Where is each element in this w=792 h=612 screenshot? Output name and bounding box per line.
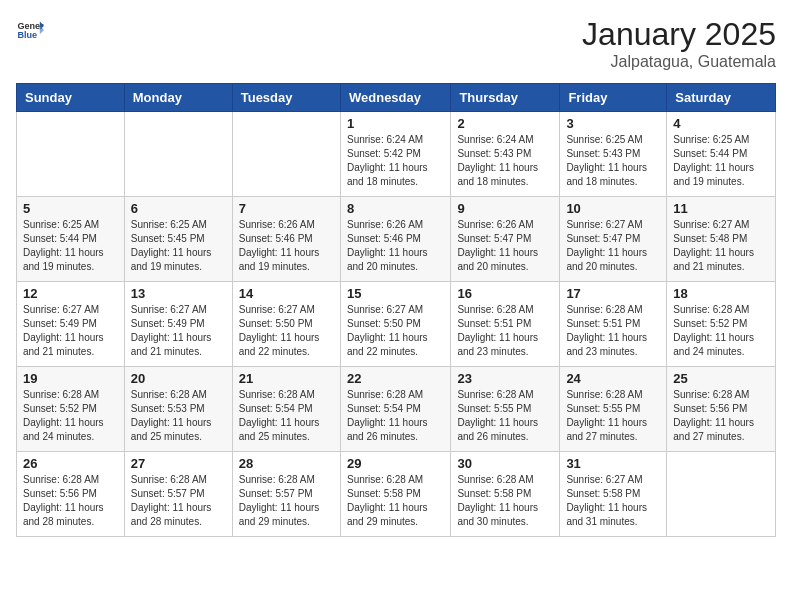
day-info: Sunrise: 6:27 AM Sunset: 5:49 PM Dayligh… [23,303,118,359]
day-number: 9 [457,201,553,216]
calendar-cell: 25Sunrise: 6:28 AM Sunset: 5:56 PM Dayli… [667,367,776,452]
day-number: 29 [347,456,444,471]
day-info: Sunrise: 6:27 AM Sunset: 5:48 PM Dayligh… [673,218,769,274]
day-number: 24 [566,371,660,386]
day-info: Sunrise: 6:26 AM Sunset: 5:47 PM Dayligh… [457,218,553,274]
day-number: 25 [673,371,769,386]
column-header-monday: Monday [124,84,232,112]
calendar-cell: 19Sunrise: 6:28 AM Sunset: 5:52 PM Dayli… [17,367,125,452]
logo: General Blue [16,16,44,44]
day-info: Sunrise: 6:28 AM Sunset: 5:53 PM Dayligh… [131,388,226,444]
calendar-cell [667,452,776,537]
calendar-cell: 21Sunrise: 6:28 AM Sunset: 5:54 PM Dayli… [232,367,340,452]
calendar-cell [124,112,232,197]
column-header-saturday: Saturday [667,84,776,112]
calendar-cell: 22Sunrise: 6:28 AM Sunset: 5:54 PM Dayli… [340,367,450,452]
calendar-cell: 2Sunrise: 6:24 AM Sunset: 5:43 PM Daylig… [451,112,560,197]
calendar-cell: 15Sunrise: 6:27 AM Sunset: 5:50 PM Dayli… [340,282,450,367]
column-header-thursday: Thursday [451,84,560,112]
column-header-tuesday: Tuesday [232,84,340,112]
day-number: 14 [239,286,334,301]
day-info: Sunrise: 6:27 AM Sunset: 5:49 PM Dayligh… [131,303,226,359]
calendar-header-row: SundayMondayTuesdayWednesdayThursdayFrid… [17,84,776,112]
day-info: Sunrise: 6:28 AM Sunset: 5:55 PM Dayligh… [566,388,660,444]
page-header: General Blue January 2025 Jalpatagua, Gu… [16,16,776,71]
day-info: Sunrise: 6:27 AM Sunset: 5:58 PM Dayligh… [566,473,660,529]
day-info: Sunrise: 6:27 AM Sunset: 5:50 PM Dayligh… [347,303,444,359]
calendar-cell: 11Sunrise: 6:27 AM Sunset: 5:48 PM Dayli… [667,197,776,282]
column-header-wednesday: Wednesday [340,84,450,112]
calendar-cell: 24Sunrise: 6:28 AM Sunset: 5:55 PM Dayli… [560,367,667,452]
day-number: 3 [566,116,660,131]
day-number: 15 [347,286,444,301]
day-info: Sunrise: 6:28 AM Sunset: 5:54 PM Dayligh… [347,388,444,444]
calendar-table: SundayMondayTuesdayWednesdayThursdayFrid… [16,83,776,537]
calendar-cell: 27Sunrise: 6:28 AM Sunset: 5:57 PM Dayli… [124,452,232,537]
day-number: 1 [347,116,444,131]
calendar-cell: 31Sunrise: 6:27 AM Sunset: 5:58 PM Dayli… [560,452,667,537]
calendar-cell: 6Sunrise: 6:25 AM Sunset: 5:45 PM Daylig… [124,197,232,282]
day-number: 16 [457,286,553,301]
day-number: 20 [131,371,226,386]
calendar-cell: 13Sunrise: 6:27 AM Sunset: 5:49 PM Dayli… [124,282,232,367]
day-number: 30 [457,456,553,471]
day-number: 4 [673,116,769,131]
day-number: 23 [457,371,553,386]
calendar-week-row: 26Sunrise: 6:28 AM Sunset: 5:56 PM Dayli… [17,452,776,537]
day-number: 17 [566,286,660,301]
calendar-title: January 2025 [582,16,776,53]
calendar-cell: 4Sunrise: 6:25 AM Sunset: 5:44 PM Daylig… [667,112,776,197]
day-info: Sunrise: 6:28 AM Sunset: 5:56 PM Dayligh… [673,388,769,444]
svg-text:Blue: Blue [17,30,37,40]
day-number: 19 [23,371,118,386]
day-number: 7 [239,201,334,216]
day-number: 21 [239,371,334,386]
calendar-cell [232,112,340,197]
day-number: 6 [131,201,226,216]
day-info: Sunrise: 6:28 AM Sunset: 5:51 PM Dayligh… [566,303,660,359]
day-info: Sunrise: 6:28 AM Sunset: 5:56 PM Dayligh… [23,473,118,529]
day-info: Sunrise: 6:25 AM Sunset: 5:44 PM Dayligh… [673,133,769,189]
day-info: Sunrise: 6:26 AM Sunset: 5:46 PM Dayligh… [239,218,334,274]
column-header-friday: Friday [560,84,667,112]
day-info: Sunrise: 6:28 AM Sunset: 5:55 PM Dayligh… [457,388,553,444]
day-info: Sunrise: 6:25 AM Sunset: 5:45 PM Dayligh… [131,218,226,274]
day-info: Sunrise: 6:28 AM Sunset: 5:54 PM Dayligh… [239,388,334,444]
day-info: Sunrise: 6:28 AM Sunset: 5:52 PM Dayligh… [23,388,118,444]
day-info: Sunrise: 6:28 AM Sunset: 5:52 PM Dayligh… [673,303,769,359]
calendar-cell: 1Sunrise: 6:24 AM Sunset: 5:42 PM Daylig… [340,112,450,197]
day-info: Sunrise: 6:25 AM Sunset: 5:43 PM Dayligh… [566,133,660,189]
calendar-cell: 9Sunrise: 6:26 AM Sunset: 5:47 PM Daylig… [451,197,560,282]
day-number: 31 [566,456,660,471]
calendar-cell: 29Sunrise: 6:28 AM Sunset: 5:58 PM Dayli… [340,452,450,537]
day-number: 13 [131,286,226,301]
calendar-cell [17,112,125,197]
day-number: 12 [23,286,118,301]
calendar-cell: 20Sunrise: 6:28 AM Sunset: 5:53 PM Dayli… [124,367,232,452]
title-block: January 2025 Jalpatagua, Guatemala [582,16,776,71]
day-info: Sunrise: 6:24 AM Sunset: 5:43 PM Dayligh… [457,133,553,189]
calendar-week-row: 5Sunrise: 6:25 AM Sunset: 5:44 PM Daylig… [17,197,776,282]
day-info: Sunrise: 6:28 AM Sunset: 5:57 PM Dayligh… [239,473,334,529]
calendar-cell: 5Sunrise: 6:25 AM Sunset: 5:44 PM Daylig… [17,197,125,282]
day-number: 26 [23,456,118,471]
day-number: 2 [457,116,553,131]
day-info: Sunrise: 6:28 AM Sunset: 5:58 PM Dayligh… [347,473,444,529]
day-info: Sunrise: 6:24 AM Sunset: 5:42 PM Dayligh… [347,133,444,189]
column-header-sunday: Sunday [17,84,125,112]
day-number: 11 [673,201,769,216]
calendar-cell: 17Sunrise: 6:28 AM Sunset: 5:51 PM Dayli… [560,282,667,367]
day-info: Sunrise: 6:26 AM Sunset: 5:46 PM Dayligh… [347,218,444,274]
day-info: Sunrise: 6:28 AM Sunset: 5:58 PM Dayligh… [457,473,553,529]
calendar-cell: 30Sunrise: 6:28 AM Sunset: 5:58 PM Dayli… [451,452,560,537]
calendar-cell: 7Sunrise: 6:26 AM Sunset: 5:46 PM Daylig… [232,197,340,282]
day-info: Sunrise: 6:25 AM Sunset: 5:44 PM Dayligh… [23,218,118,274]
calendar-cell: 18Sunrise: 6:28 AM Sunset: 5:52 PM Dayli… [667,282,776,367]
day-info: Sunrise: 6:27 AM Sunset: 5:47 PM Dayligh… [566,218,660,274]
day-info: Sunrise: 6:28 AM Sunset: 5:51 PM Dayligh… [457,303,553,359]
calendar-week-row: 1Sunrise: 6:24 AM Sunset: 5:42 PM Daylig… [17,112,776,197]
calendar-week-row: 19Sunrise: 6:28 AM Sunset: 5:52 PM Dayli… [17,367,776,452]
calendar-cell: 10Sunrise: 6:27 AM Sunset: 5:47 PM Dayli… [560,197,667,282]
day-number: 10 [566,201,660,216]
calendar-cell: 16Sunrise: 6:28 AM Sunset: 5:51 PM Dayli… [451,282,560,367]
